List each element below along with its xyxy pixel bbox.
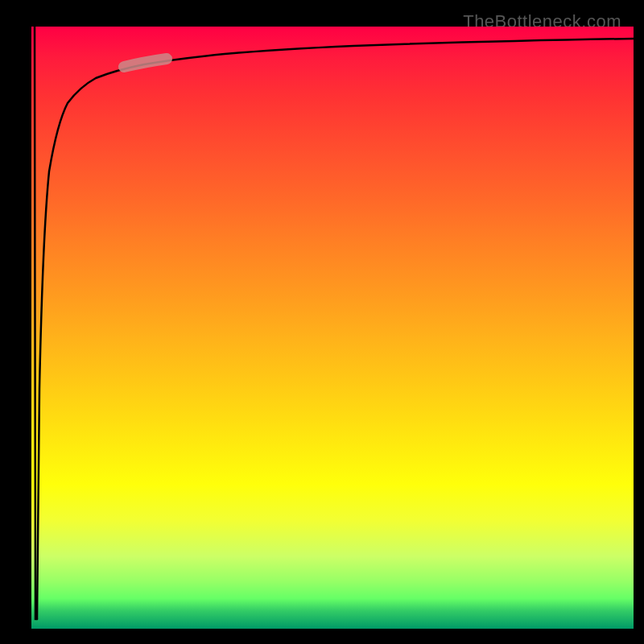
plot-area [31,27,634,629]
chart-container: TheBottleneck.com [11,11,633,633]
gradient-background [31,27,634,629]
